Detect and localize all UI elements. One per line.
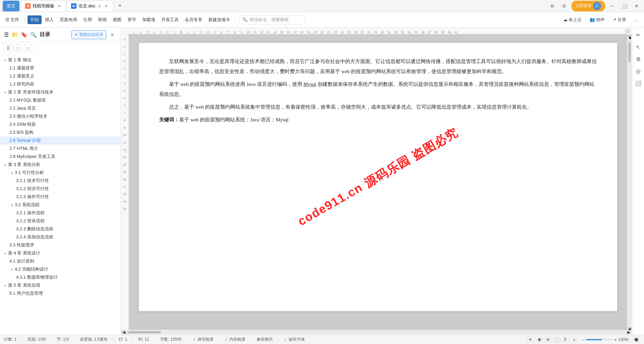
toc-item-5-1[interactable]: 5.1 用户信息管理 [0, 289, 120, 297]
scroll-right-btn[interactable]: ▶ [627, 331, 631, 334]
toc-item-3-1-3[interactable]: 3.1.3 操作可行性 [0, 193, 120, 201]
toc-item-3-2-1[interactable]: 3.2.1 操作流程 [0, 209, 120, 217]
more-btn[interactable]: … [632, 16, 641, 23]
edit-icon-btn[interactable]: ✏ [634, 30, 643, 40]
eye-icon-btn[interactable]: 👁 [527, 337, 534, 343]
toc-item-3-1-2[interactable]: 3.1.2 经济可行性 [0, 185, 120, 193]
toc-item-3-2-2[interactable]: 3.2.2 登录流程 [0, 217, 120, 225]
toc-item-2-5[interactable]: 2.5 B/S 架构 [0, 128, 120, 136]
sidebar-search-icon[interactable]: 🔍 [30, 32, 37, 38]
cloud-btn[interactable]: ☁ 未上云 [560, 15, 584, 24]
location-icon-btn[interactable]: ◎ [634, 66, 643, 76]
cloud-icon: ☁ [563, 17, 568, 22]
toc-item-3-1[interactable]: ∨ 3.1 可行性分析 [0, 169, 120, 177]
toc-item-4-3-1[interactable]: 4.3.1 数据库物理设计 [0, 273, 120, 281]
zoom-slider[interactable] [586, 339, 613, 340]
expand-icon-btn[interactable]: ⬜ [634, 78, 643, 88]
fullscreen-btn[interactable]: ⛶ [553, 337, 560, 343]
toc-item-ch4[interactable]: ∨ 第 4 章 系统设计 [0, 249, 120, 257]
toc-item-3-3[interactable]: 3.3 性能需求 [0, 241, 120, 249]
new-tab-btn[interactable]: + [115, 1, 125, 11]
scroll-up-btn[interactable]: ▲ [628, 35, 631, 38]
toc-ctrl-2[interactable]: □ [14, 44, 22, 52]
toc-item-2-1[interactable]: 2.1 MYSQL 数据库 [0, 96, 120, 104]
minimize-btn[interactable]: ─ [608, 1, 617, 11]
scroll-left-btn[interactable]: ◀ [122, 331, 126, 334]
layout-view-btn[interactable]: ≡ [571, 337, 578, 343]
toc-item-2-2[interactable]: 2.2 Java 语言 [0, 104, 120, 112]
single-page-btn[interactable]: ▣ [536, 337, 543, 343]
toc-item-4-2[interactable]: ∨ 4.2 功能结构设计 [0, 265, 120, 273]
doc-scroll-area[interactable]: code911.cn 源码乐园 盗图必究 互联网发展至今，无论是其理论还是技术都… [129, 34, 627, 330]
toc-item-2-7[interactable]: 2.7 HTML 简介 [0, 145, 120, 153]
toc-item-3-1-1[interactable]: 3.1.1 技术可行性 [0, 177, 120, 185]
double-page-btn[interactable]: ⊞ [544, 337, 552, 343]
page-layout-btn[interactable]: 页面布局 [57, 15, 80, 24]
toc-item-1-2[interactable]: 1.2 课题意义 [0, 72, 120, 80]
toc-ctrl-1[interactable]: ☰ [4, 44, 12, 52]
toc-item-ch1[interactable]: ∨ 第 1 章 绪论 [0, 56, 120, 64]
toc-item-2-8[interactable]: 2.8 MyEclipse 开发工具 [0, 153, 120, 161]
refs-btn[interactable]: 引用 [80, 15, 95, 24]
chapter-btn[interactable]: 章节 [125, 15, 139, 24]
ruler-expand-btn[interactable]: ⬜ [625, 28, 632, 33]
ai-btn-label: 智能识别目录 [79, 32, 103, 38]
toc-ctrl-3[interactable]: □ [24, 44, 32, 52]
review-btn[interactable]: 审阅 [95, 15, 109, 24]
view-btn[interactable]: 视图 [110, 15, 124, 24]
close-btn[interactable]: ✕ [632, 1, 641, 11]
doc-tab-close[interactable]: ✕ [104, 3, 109, 9]
vertical-scrollbar[interactable]: ▲ ▼ [627, 34, 632, 330]
cursor-icon-btn[interactable]: ↖ [634, 42, 643, 52]
h-scroll-thumb[interactable] [127, 331, 161, 334]
sidebar-toc-icon[interactable]: ☰ [4, 32, 9, 38]
toc-item-3-2-4[interactable]: 3.2.4 添加信息流程 [0, 233, 120, 241]
scroll-thumb[interactable] [628, 42, 631, 62]
toc-item-ch2[interactable]: ∨ 第 2 章 开发环境与技术 [0, 88, 120, 96]
doc-content[interactable]: 互联网发展至今，无论是其理论还是技术都已经成熟，而且它广泛参与在社会中的方方面面… [159, 56, 597, 125]
layout-btn[interactable]: ⊞ [547, 1, 557, 11]
template-tab-close[interactable]: ✕ [56, 3, 62, 9]
toc-item-2-6[interactable]: 2.6 Tomcat 介绍 [0, 136, 120, 145]
toc-item-2-4[interactable]: 2.4 SSM 框架 [0, 120, 120, 128]
file-menu-btn[interactable]: ☰ 文件 [3, 15, 22, 24]
doc-area[interactable]: 3 2 1 0 1 2 3 4 5 6 7 8 9 10 11 12 13 [121, 34, 632, 330]
scroll-down-btn[interactable]: ▼ [628, 327, 631, 330]
toc-item-ch3[interactable]: ∨ 第 3 章 系统分析 [0, 161, 120, 169]
restore-btn[interactable]: ⬜ [620, 1, 629, 11]
sidebar-folder-icon[interactable]: 📁 [11, 32, 18, 38]
zoom-out-btn[interactable]: − [582, 337, 585, 342]
share-btn[interactable]: ↗ 分享 [610, 15, 629, 24]
start-btn[interactable]: 开始 [28, 15, 42, 24]
spell-check-status[interactable]: ✓ 拼写检查 [193, 337, 214, 342]
toc-item-3-2[interactable]: ∨ 3.2 系统流程 [0, 201, 120, 209]
toc-item-1-1[interactable]: 1.1 课题背景 [0, 64, 120, 72]
lang-btn[interactable]: 文 [562, 337, 569, 343]
collab-btn[interactable]: 👥 协作 [587, 15, 607, 24]
insert-btn[interactable]: 插入 [42, 15, 56, 24]
grid-btn[interactable]: ⊟ [559, 1, 569, 11]
expand-doc-btn[interactable]: ⬤ [633, 337, 640, 343]
toc-item-4-1[interactable]: 4.1 设计原则 [0, 257, 120, 265]
horizontal-scrollbar[interactable]: ◀ ▶ [121, 330, 632, 335]
doc-tab-restore-icon[interactable]: ⧉ [98, 4, 101, 8]
zoom-in-btn[interactable]: + [614, 337, 617, 342]
addons-btn[interactable]: 加载项 [140, 15, 158, 24]
ai-toc-btn[interactable]: ✦ 智能识别目录 [71, 30, 106, 39]
doc-tab[interactable]: W 论文.doc ⧉ ✕ [67, 1, 113, 11]
settings-icon-btn[interactable]: ⚙ [634, 54, 643, 64]
template-tab[interactable]: 找 找稻壳模板 ✕ [21, 1, 66, 11]
toc-item-3-2-3[interactable]: 3.2.3 删除信息流程 [0, 225, 120, 233]
dev-tools-btn[interactable]: 开发工具 [159, 15, 181, 24]
search-box[interactable]: 🔍 查找命令、搜索模板 [238, 15, 306, 24]
toc-item-ch5[interactable]: ∨ 第 5 章 系统实现 [0, 281, 120, 289]
toc-item-2-3[interactable]: 2.3 微信小程序技术 [0, 112, 120, 120]
toc-item-1-3[interactable]: 1.3 研究内容 [0, 80, 120, 88]
member-btn[interactable]: 会员专享 [182, 15, 205, 24]
register-button[interactable]: 立即登录 人 [572, 1, 605, 11]
home-tab[interactable]: 首页 [3, 1, 19, 11]
sidebar-bookmark-icon[interactable]: 🔖 [21, 32, 28, 38]
new-tab-toolbar-btn[interactable]: 新建选项卡 [206, 15, 233, 24]
content-check-status[interactable]: ✓ 内容检查 [225, 337, 246, 342]
sidebar-close-btn[interactable]: ✕ [108, 32, 116, 38]
